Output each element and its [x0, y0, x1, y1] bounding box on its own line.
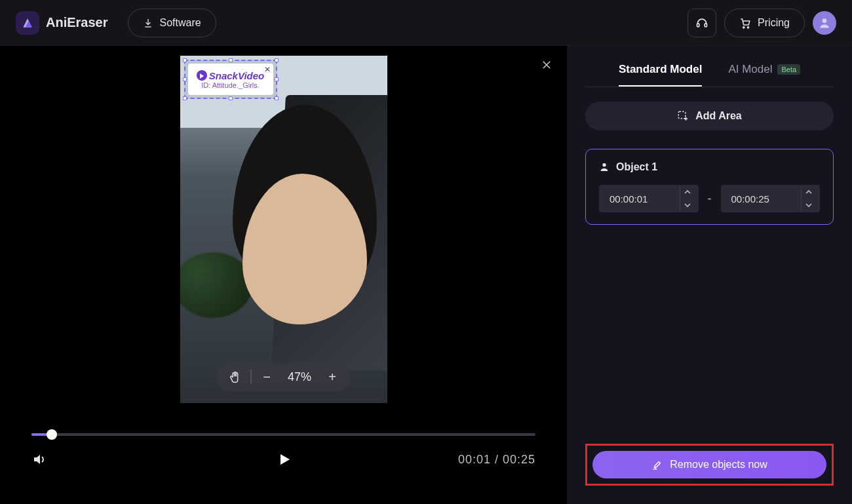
object-card: Object 1 00:00:01 - 00:00:25	[585, 149, 834, 225]
zoom-value: 47%	[281, 370, 318, 384]
person-icon	[599, 162, 610, 172]
software-button[interactable]: Software	[128, 9, 216, 37]
tab-standard-label: Standard Model	[619, 63, 703, 76]
object-title-text: Object 1	[616, 161, 657, 173]
logo[interactable]: AniEraser	[16, 11, 108, 35]
time-start-input[interactable]: 00:00:01	[599, 185, 699, 212]
watermark-brand-text: SnackVideo	[209, 70, 264, 81]
brush-icon	[651, 459, 663, 471]
svg-rect-0	[697, 23, 699, 26]
time-start-value: 00:00:01	[610, 193, 680, 204]
watermark-brand-icon	[197, 70, 207, 81]
headset-icon	[695, 16, 708, 29]
remove-label: Remove objects now	[670, 459, 767, 471]
avatar[interactable]	[813, 11, 836, 35]
add-area-label: Add Area	[695, 110, 742, 122]
software-label: Software	[160, 17, 201, 29]
time-current: 00:01	[458, 453, 491, 466]
time-end-up[interactable]	[802, 185, 816, 199]
logo-icon	[16, 11, 39, 35]
watermark-content: SnackVideo ID: Attitude._Girls. ✕	[188, 64, 273, 95]
model-tabs: Standard Model AI Model Beta	[585, 46, 834, 87]
play-button[interactable]	[276, 452, 292, 467]
pricing-button[interactable]: Pricing	[724, 9, 805, 37]
time-end-input[interactable]: 00:00:25	[721, 185, 821, 212]
svg-rect-5	[678, 111, 686, 119]
remove-highlight: Remove objects now	[585, 444, 834, 486]
time-start-up[interactable]	[680, 185, 695, 199]
time-start-down[interactable]	[680, 199, 695, 212]
remove-objects-button[interactable]: Remove objects now	[592, 451, 826, 478]
pan-hand-button[interactable]	[223, 365, 246, 389]
timeline[interactable]	[31, 433, 535, 436]
time-end-value: 00:00:25	[731, 193, 802, 204]
time-display: 00:01 / 00:25	[458, 453, 535, 467]
header-right: Pricing	[687, 9, 836, 37]
watermark-id: ID: Attitude._Girls.	[201, 81, 260, 89]
tab-standard-model[interactable]: Standard Model	[619, 63, 703, 87]
time-end-down[interactable]	[802, 199, 816, 212]
playback-controls: 00:01 / 00:25	[0, 413, 567, 478]
main: SnackVideo ID: Attitude._Girls. ✕ −	[0, 46, 852, 504]
tab-ai-label: AI Model	[728, 63, 772, 76]
svg-point-3	[747, 26, 748, 28]
pricing-label: Pricing	[758, 17, 790, 29]
zoom-out-button[interactable]: −	[255, 365, 279, 389]
object-time-range: 00:00:01 - 00:00:25	[599, 185, 820, 212]
svg-rect-1	[705, 23, 707, 26]
beta-badge: Beta	[777, 64, 800, 75]
cart-icon	[739, 17, 751, 29]
watermark-brand: SnackVideo	[197, 70, 264, 81]
app-name: AniEraser	[46, 15, 108, 30]
add-area-button[interactable]: Add Area	[585, 102, 834, 130]
tab-ai-model[interactable]: AI Model Beta	[728, 63, 800, 87]
svg-point-4	[823, 18, 827, 23]
side-panel: Standard Model AI Model Beta Add Area Ob…	[567, 46, 852, 504]
video-frame[interactable]: SnackVideo ID: Attitude._Girls. ✕ −	[180, 56, 387, 403]
video-area: SnackVideo ID: Attitude._Girls. ✕ −	[0, 46, 567, 413]
header: AniEraser Software Pricing	[0, 0, 852, 46]
svg-point-6	[602, 163, 606, 166]
download-icon	[143, 18, 153, 28]
add-area-icon	[677, 110, 689, 122]
time-duration: 00:25	[503, 453, 535, 466]
zoom-in-button[interactable]: +	[320, 365, 344, 389]
zoom-bar: − 47% +	[216, 362, 351, 391]
support-button[interactable]	[687, 9, 716, 37]
preview-pane: SnackVideo ID: Attitude._Girls. ✕ −	[0, 46, 567, 504]
time-range-dash: -	[708, 192, 712, 206]
watermark-selection[interactable]: SnackVideo ID: Attitude._Girls. ✕	[184, 60, 277, 99]
volume-icon[interactable]	[31, 452, 47, 467]
timeline-thumb[interactable]	[47, 429, 57, 440]
object-title: Object 1	[599, 161, 820, 173]
svg-point-2	[743, 26, 745, 28]
watermark-close-icon[interactable]: ✕	[263, 65, 272, 74]
